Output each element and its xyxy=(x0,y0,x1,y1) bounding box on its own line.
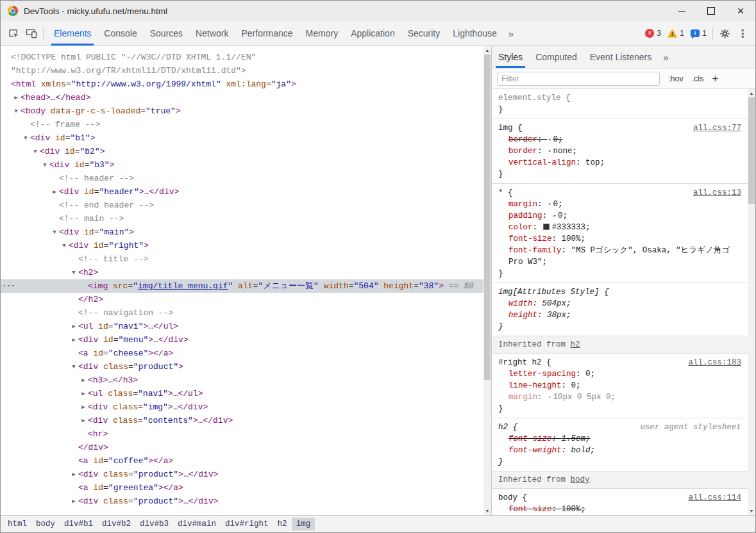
rule-selector[interactable]: element.style { xyxy=(498,92,571,104)
stylesheet-link[interactable]: all.css:183 xyxy=(688,357,741,368)
new-style-rule-button[interactable]: + xyxy=(712,73,718,84)
css-property-value[interactable]: 1.5em xyxy=(562,434,586,443)
rule-selector[interactable]: body { xyxy=(498,492,527,504)
shorthand-expand-icon[interactable]: ▸ xyxy=(548,199,551,210)
css-property-value[interactable]: 0 xyxy=(553,200,558,209)
more-options-icon[interactable]: ⋮ xyxy=(734,24,752,42)
css-declaration[interactable]: vertical-align: top; xyxy=(498,157,741,168)
styles-filter-input[interactable] xyxy=(497,72,660,86)
sidebar-tab-computed[interactable]: Computed xyxy=(529,46,584,68)
stylesheet-link[interactable]: all.css:13 xyxy=(693,187,741,199)
css-property-value[interactable]: 100% xyxy=(562,234,581,243)
expand-arrow-icon[interactable]: ▶ xyxy=(79,388,88,401)
error-badge[interactable]: 3 xyxy=(642,29,664,38)
tree-row[interactable]: ▼<body data-gr-c-s-loaded="true"> xyxy=(1,104,483,118)
expand-arrow-icon[interactable]: ▶ xyxy=(69,495,78,509)
css-property-name[interactable]: vertical-align xyxy=(508,158,576,167)
scroll-up-icon[interactable]: ▲ xyxy=(483,46,491,54)
tab-application[interactable]: Application xyxy=(344,21,401,45)
collapse-arrow-icon[interactable]: ▼ xyxy=(50,226,59,240)
tree-row[interactable]: <a id="cheese"></a> xyxy=(1,347,483,360)
expand-arrow-icon[interactable]: ▶ xyxy=(69,468,78,482)
sidebar-tab-event-listeners[interactable]: Event Listeners xyxy=(584,46,659,68)
css-declaration[interactable]: font-size: 100%; xyxy=(498,504,741,515)
collapse-arrow-icon[interactable]: ▼ xyxy=(60,240,69,253)
tab-network[interactable]: Network xyxy=(189,21,235,45)
css-declaration[interactable]: margin: ▸0; xyxy=(498,199,741,210)
expand-arrow-icon[interactable]: ▶ xyxy=(69,334,78,347)
minimize-button[interactable] xyxy=(667,1,696,21)
breadcrumb-item-h2[interactable]: h2 xyxy=(273,518,292,530)
tree-row[interactable]: ▶<h3>…</h3> xyxy=(1,373,483,387)
tree-row[interactable]: ▶<div class="img">…</div> xyxy=(1,400,483,414)
tree-row[interactable]: <!-- navigation --> xyxy=(1,306,483,320)
tree-row[interactable]: <a id="greentea"></a> xyxy=(1,481,483,495)
tree-row[interactable]: <hr> xyxy=(1,427,483,441)
titlebar[interactable]: DevTools - micky.ufufu.net/menu.html × xyxy=(1,1,755,21)
css-declaration[interactable]: padding: ▸0; xyxy=(498,210,741,222)
device-toolbar-icon[interactable] xyxy=(22,24,40,42)
warning-badge[interactable]: ! 1 xyxy=(664,29,687,38)
css-property-name[interactable]: border xyxy=(508,147,537,156)
tree-row[interactable]: ▶<div class="product">…</div> xyxy=(1,468,483,481)
css-property-name[interactable]: font-size xyxy=(508,234,552,243)
expand-arrow-icon[interactable]: ▶ xyxy=(79,401,88,414)
sidebar-tab-styles[interactable]: Styles xyxy=(492,46,529,68)
css-property-name[interactable]: border xyxy=(508,135,537,144)
rule-selector[interactable]: img { xyxy=(498,122,523,134)
css-declaration[interactable]: font-weight: bold; xyxy=(498,445,741,456)
maximize-button[interactable] xyxy=(696,1,726,21)
scrollbar-thumb[interactable] xyxy=(748,97,755,204)
css-declaration[interactable]: font-family: "MS Pゴシック", Osaka, "ヒラギノ角ゴ … xyxy=(498,245,741,268)
css-declaration[interactable]: letter-spacing: 0; xyxy=(498,368,741,380)
css-declaration[interactable]: margin: ▸10px 0 5px 0; xyxy=(498,391,741,403)
css-property-value[interactable]: top xyxy=(585,158,600,167)
tab-memory[interactable]: Memory xyxy=(299,21,345,45)
color-swatch[interactable] xyxy=(543,224,550,230)
tree-row[interactable]: </h2> xyxy=(1,293,483,306)
css-property-name[interactable]: letter-spacing xyxy=(508,370,576,379)
tree-row[interactable]: <!-- end header --> xyxy=(1,199,483,212)
inherited-node-link[interactable]: body xyxy=(571,475,590,484)
tree-row[interactable]: ▶<ul id="navi">…</ul> xyxy=(1,320,483,333)
css-property-name[interactable]: font-weight xyxy=(508,446,562,455)
css-property-name[interactable]: line-height xyxy=(508,381,562,390)
css-property-name[interactable]: font-family xyxy=(508,246,562,255)
element-class-toggle[interactable]: .cls xyxy=(692,74,704,83)
settings-gear-icon[interactable] xyxy=(716,24,734,42)
rule-selector[interactable]: * { xyxy=(498,187,513,199)
breadcrumb-item-body[interactable]: body xyxy=(31,518,60,530)
tree-row[interactable]: <a id="coffee"></a> xyxy=(1,454,483,468)
row-actions-icon[interactable]: ··· xyxy=(2,279,15,293)
expand-arrow-icon[interactable]: ▶ xyxy=(69,320,78,334)
stylesheet-link[interactable]: all.css:77 xyxy=(693,122,741,134)
tree-row[interactable]: ▶<ul class="navi">…</ul> xyxy=(1,387,483,400)
scroll-down-icon[interactable]: ▼ xyxy=(748,507,755,515)
breadcrumb-item-html[interactable]: html xyxy=(3,518,31,530)
tree-row[interactable]: ▼<div id="main"> xyxy=(1,226,483,239)
tab-security[interactable]: Security xyxy=(401,21,447,45)
scroll-down-icon[interactable]: ▼ xyxy=(483,507,491,515)
breadcrumb-item-img[interactable]: img xyxy=(292,518,315,530)
css-declaration[interactable]: border: ▸none; xyxy=(498,145,741,157)
css-property-value[interactable]: #333333 xyxy=(552,223,586,232)
css-property-value[interactable]: 0 xyxy=(571,381,576,390)
tab-performance[interactable]: Performance xyxy=(235,21,299,45)
tree-row[interactable]: ▶<div id="header">…</div> xyxy=(1,185,483,199)
tree-row[interactable]: ▼<div class="product"> xyxy=(1,360,483,373)
css-property-name[interactable]: height xyxy=(508,311,537,320)
css-property-value[interactable]: 100% xyxy=(562,505,581,514)
sidebar-more-tabs-button[interactable]: » xyxy=(659,52,672,63)
tree-row[interactable]: ▶<head>…</head> xyxy=(1,91,483,104)
css-property-value[interactable]: 0 xyxy=(585,370,591,379)
css-property-name[interactable]: padding xyxy=(508,211,542,220)
tree-row[interactable]: <!DOCTYPE html PUBLIC "-//W3C//DTD XHTML… xyxy=(1,51,483,64)
tree-row[interactable]: ▼<div id="right"> xyxy=(1,239,483,252)
css-declaration[interactable]: font-size: 100%; xyxy=(498,233,741,245)
css-declaration[interactable]: font-size: 1.5em; xyxy=(498,433,741,445)
collapse-arrow-icon[interactable]: ▼ xyxy=(40,159,49,172)
shorthand-expand-icon[interactable]: ▸ xyxy=(548,145,551,157)
css-property-value[interactable]: none xyxy=(553,147,572,156)
css-property-value[interactable]: 504px xyxy=(542,299,567,308)
tree-row[interactable]: ▼<h2> xyxy=(1,266,483,279)
